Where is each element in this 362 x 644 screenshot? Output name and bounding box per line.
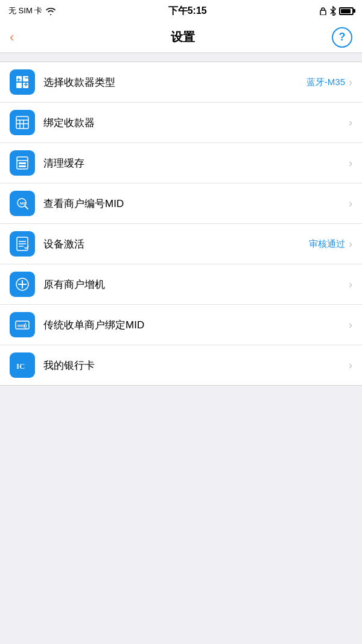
back-button[interactable]: ‹ [10,30,34,45]
choose-receiver-label: 选择收款器类型 [43,75,306,89]
svg-rect-17 [24,165,26,167]
choose-receiver-icon [10,69,35,95]
status-time: 下午5:15 [168,5,207,18]
view-mid-icon: MID [10,191,35,216]
status-left: 无 SIM 卡 [8,5,56,16]
device-activate-arrow: › [349,238,352,250]
choose-receiver-arrow: › [349,76,352,89]
nav-bar: ‹ 设置 ? [0,22,362,53]
battery-fill [341,9,351,13]
bank-card-icon: IC [10,352,35,378]
bind-receiver-icon [10,110,35,135]
list-item[interactable]: 原有商户增机 › [0,264,362,305]
clear-cache-arrow: › [349,157,352,170]
list-item[interactable]: 绑定收款器 › [0,103,362,143]
merchant-add-icon [10,272,35,297]
svg-rect-3 [16,83,22,88]
lock-icon [319,7,327,15]
svg-text:MID: MID [20,202,27,205]
list-item[interactable]: mid 传统收单商户绑定MID › [0,305,362,345]
list-item[interactable]: 清理缓存 › [0,143,362,183]
wifi-icon [46,7,56,15]
status-bar: 无 SIM 卡 下午5:15 [0,0,362,22]
bind-mid-label: 传统收单商户绑定MID [43,318,349,332]
settings-list: 选择收款器类型 蓝牙-M35 › 绑定收款器 › [0,62,362,386]
status-right [319,6,354,16]
clear-cache-icon [10,150,35,176]
device-activate-value: 审核通过 [309,238,345,250]
svg-rect-0 [320,10,326,15]
svg-rect-15 [19,165,21,167]
merchant-add-label: 原有商户增机 [43,278,349,292]
merchant-add-arrow: › [349,278,352,291]
view-mid-arrow: › [349,197,352,210]
sim-indicator: 无 SIM 卡 [8,5,42,16]
view-mid-label: 查看商户编号MID [43,197,349,211]
choose-receiver-value: 蓝牙-M35 [306,77,345,88]
bind-mid-arrow: › [349,319,352,331]
svg-text:IC: IC [16,362,25,371]
bind-receiver-label: 绑定收款器 [43,116,349,130]
svg-rect-5 [16,116,28,129]
list-item[interactable]: 设备激活 审核通过 › [0,224,362,264]
clear-cache-label: 清理缓存 [43,156,349,170]
svg-rect-12 [19,162,21,164]
list-item[interactable]: IC 我的银行卡 › [0,345,362,385]
list-item[interactable]: MID 查看商户编号MID › [0,183,362,224]
bind-mid-icon: mid [10,312,35,337]
bluetooth-icon [330,6,336,16]
svg-rect-2 [23,76,28,81]
bind-receiver-arrow: › [349,116,352,129]
page-title: 设置 [171,29,195,45]
list-item[interactable]: 选择收款器类型 蓝牙-M35 › [0,62,362,103]
bank-card-arrow: › [349,359,352,372]
device-activate-label: 设备激活 [43,237,309,251]
battery-icon [339,7,354,15]
svg-rect-13 [21,162,24,164]
bank-card-label: 我的银行卡 [43,359,349,372]
svg-rect-14 [24,162,26,164]
svg-line-19 [25,206,28,209]
help-button[interactable]: ? [332,27,352,48]
svg-rect-16 [21,165,24,167]
device-activate-icon [10,231,35,257]
